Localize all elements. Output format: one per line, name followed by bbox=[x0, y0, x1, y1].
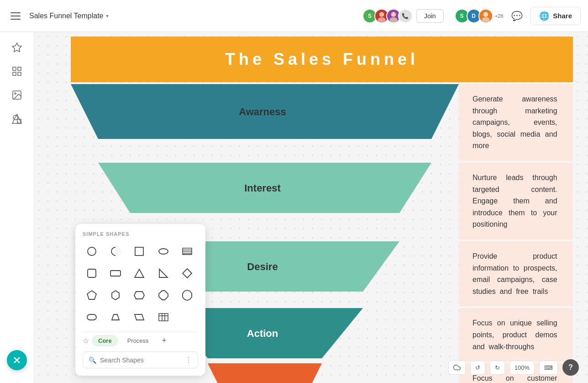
redo-button[interactable]: ↻ bbox=[490, 361, 505, 375]
shape-stadium[interactable] bbox=[83, 308, 101, 326]
help-button[interactable]: ? bbox=[562, 359, 579, 376]
keyboard-button[interactable]: ⌨ bbox=[539, 361, 558, 375]
svg-point-2 bbox=[378, 17, 386, 22]
shape-hexagon-flat[interactable] bbox=[106, 286, 125, 304]
svg-marker-42 bbox=[183, 269, 192, 278]
undo-button[interactable]: ↺ bbox=[470, 361, 485, 375]
shape-wide-rect[interactable] bbox=[106, 264, 125, 282]
avatar-group-2: S D +28 bbox=[455, 9, 504, 23]
svg-point-31 bbox=[88, 247, 96, 255]
title-area: Sales Funnel Template ▾ bbox=[29, 12, 357, 20]
left-sidebar bbox=[0, 32, 34, 383]
shape-diamond[interactable] bbox=[178, 264, 196, 282]
action-text: Focus on unique selling points, product … bbox=[472, 317, 559, 352]
shape-table[interactable] bbox=[154, 308, 173, 326]
shapes-section-title: SIMPLE SHAPES bbox=[83, 231, 198, 237]
funnel-row-awarness: Awarness Generate awareness through mark… bbox=[71, 84, 573, 161]
svg-marker-44 bbox=[112, 291, 119, 300]
fab-close-button[interactable] bbox=[7, 350, 27, 370]
shape-circle[interactable] bbox=[83, 242, 101, 261]
shape-octagon[interactable] bbox=[154, 286, 173, 304]
svg-marker-50 bbox=[135, 314, 144, 320]
svg-point-7 bbox=[483, 12, 488, 17]
svg-point-4 bbox=[391, 12, 396, 17]
sidebar-shapes-button[interactable] bbox=[7, 109, 27, 129]
svg-marker-43 bbox=[87, 291, 96, 299]
shape-crescent[interactable] bbox=[106, 242, 125, 261]
svg-text:Desire: Desire bbox=[247, 261, 278, 272]
zoom-display[interactable]: 100% bbox=[509, 361, 535, 375]
shape-decagon[interactable] bbox=[178, 286, 196, 304]
sidebar-image-button[interactable] bbox=[7, 85, 27, 105]
chat-button[interactable]: 💬 bbox=[509, 8, 525, 24]
svg-marker-40 bbox=[135, 269, 144, 277]
title-dropdown-icon[interactable]: ▾ bbox=[106, 13, 109, 19]
more-options-icon[interactable]: ⋮ bbox=[185, 356, 192, 364]
svg-point-1 bbox=[379, 12, 384, 17]
document-title: Sales Funnel Template bbox=[29, 12, 103, 20]
svg-rect-51 bbox=[159, 314, 168, 321]
sidebar-grid-button[interactable] bbox=[7, 61, 27, 81]
avatar-badge: +28 bbox=[495, 13, 504, 19]
interest-text: Nurture leads through targeted content. … bbox=[472, 172, 559, 230]
canvas: The Sales Funnel Awarness Generate aware… bbox=[34, 32, 588, 383]
avatar-group-1: S 📞 Join bbox=[362, 9, 444, 23]
avatar-phone[interactable]: 📞 bbox=[398, 9, 413, 23]
svg-marker-29 bbox=[208, 363, 322, 383]
globe-icon: 🌐 bbox=[539, 11, 549, 21]
star-icon[interactable]: ☆ bbox=[83, 336, 89, 345]
awarness-info: Generate awareness through marketing cam… bbox=[459, 84, 573, 161]
shapes-grid bbox=[83, 242, 198, 326]
share-button[interactable]: 🌐 Share bbox=[530, 7, 581, 25]
cloud-button[interactable] bbox=[448, 360, 466, 375]
funnel-title: The Sales Funnel bbox=[225, 50, 419, 69]
svg-marker-9 bbox=[12, 43, 21, 52]
desire-text: Provide product information to prospects… bbox=[472, 250, 559, 297]
shape-parallelogram[interactable] bbox=[130, 308, 148, 326]
action-info: Focus on unique selling points, product … bbox=[459, 308, 573, 362]
shape-grid-lines[interactable] bbox=[178, 242, 196, 261]
search-icon: 🔍 bbox=[89, 356, 96, 364]
share-label: Share bbox=[553, 12, 572, 20]
shape-square[interactable] bbox=[130, 242, 148, 261]
svg-rect-13 bbox=[18, 72, 21, 75]
svg-marker-45 bbox=[134, 292, 144, 299]
svg-point-8 bbox=[482, 17, 490, 22]
hamburger-line bbox=[10, 16, 21, 16]
svg-rect-48 bbox=[87, 314, 96, 320]
menu-button[interactable] bbox=[7, 8, 24, 24]
svg-rect-32 bbox=[135, 247, 143, 255]
svg-point-5 bbox=[389, 17, 398, 22]
hamburger-line bbox=[10, 12, 21, 13]
svg-rect-38 bbox=[88, 269, 96, 277]
shape-rounded-square[interactable] bbox=[83, 264, 101, 282]
shape-triangle[interactable] bbox=[130, 264, 148, 282]
search-bar: 🔍 ⋮ bbox=[83, 351, 198, 368]
desire-info: Provide product information to prospects… bbox=[459, 241, 573, 306]
shape-pentagon[interactable] bbox=[83, 286, 101, 304]
shape-hexagon2[interactable] bbox=[130, 286, 148, 304]
svg-text:Interest: Interest bbox=[244, 182, 281, 194]
tabs-row: ☆ Core Process + bbox=[83, 332, 198, 347]
shape-right-triangle[interactable] bbox=[154, 264, 173, 282]
shape-ellipse[interactable] bbox=[154, 242, 173, 261]
awarness-shape[interactable]: Awarness bbox=[71, 84, 459, 139]
tab-core[interactable]: Core bbox=[92, 335, 118, 346]
shape-trapezoid[interactable] bbox=[106, 308, 125, 326]
avatar-5[interactable] bbox=[478, 9, 493, 23]
sidebar-star-button[interactable] bbox=[7, 37, 27, 58]
join-button[interactable]: Join bbox=[416, 9, 444, 23]
svg-marker-49 bbox=[112, 314, 119, 320]
funnel-header: The Sales Funnel bbox=[71, 37, 573, 82]
svg-point-33 bbox=[159, 249, 168, 254]
interest-shape[interactable]: Interest bbox=[71, 163, 459, 213]
header: Sales Funnel Template ▾ S 📞 Join S D +28… bbox=[0, 0, 588, 32]
tab-process[interactable]: Process bbox=[121, 335, 155, 346]
svg-text:Action: Action bbox=[247, 328, 278, 339]
search-input[interactable] bbox=[100, 356, 181, 364]
svg-marker-47 bbox=[183, 290, 192, 300]
shapes-panel: SIMPLE SHAPES bbox=[75, 224, 205, 376]
tab-add-button[interactable]: + bbox=[158, 334, 171, 347]
svg-rect-10 bbox=[13, 67, 16, 70]
svg-rect-12 bbox=[13, 72, 16, 75]
